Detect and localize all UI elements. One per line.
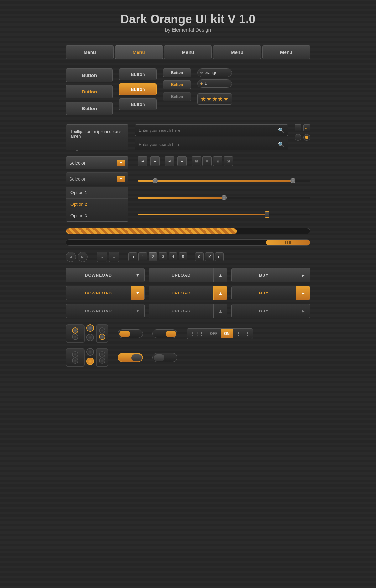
view-list-icon[interactable]: ≡ <box>202 156 212 166</box>
play-prev-1[interactable]: ◄ <box>138 156 147 166</box>
pag-page-2[interactable]: 2 <box>149 252 157 261</box>
onoff-toggle[interactable]: ⋮⋮⋮ OFF ON ⋮⋮⋮ <box>187 328 253 339</box>
btn-orange-bg-1[interactable]: Button <box>119 83 157 95</box>
pag-last[interactable]: ► <box>215 252 224 261</box>
dropdown-option-3[interactable]: Option 3 <box>66 210 128 221</box>
btn-sm-orange[interactable]: Button <box>163 80 191 89</box>
pag-double-next[interactable]: » <box>109 252 119 262</box>
nav-menu-5[interactable]: Menu <box>262 45 310 59</box>
selector-2[interactable]: Selector ▼ <box>66 172 128 185</box>
pag-simple-next[interactable]: ► <box>78 252 88 262</box>
slider-3[interactable]: ⣿ <box>138 214 310 215</box>
btn-dark-3[interactable]: Button <box>119 68 157 80</box>
buy-btn-3[interactable]: BUY ► <box>231 304 310 318</box>
double-arrows: « » <box>97 252 119 262</box>
radio-unselected[interactable] <box>295 134 301 141</box>
pag-simple-prev[interactable]: ◄ <box>66 252 76 262</box>
checkbox-checked[interactable]: ✓ <box>303 124 310 131</box>
download-btn-3[interactable]: DOWNLOAD ▼ <box>66 304 145 318</box>
selector-1-arrow: ▼ <box>117 160 125 166</box>
knob-circle-orange[interactable] <box>86 324 94 332</box>
pag-page-10[interactable]: 10 <box>205 252 214 261</box>
view-col-icon[interactable]: ⊟ <box>213 156 222 166</box>
pag-page-9[interactable]: 9 <box>195 252 204 261</box>
btn-dark-1[interactable]: Button <box>66 68 113 82</box>
dropdown-option-1[interactable]: Option 1 <box>66 187 128 199</box>
right-controls: ◄ ► ◄ ► ⊞ ≡ ⊟ ⊠ <box>138 156 310 222</box>
tag-ui[interactable]: UI <box>197 79 232 88</box>
btn-dark-2[interactable]: Button <box>66 102 113 115</box>
pag-page-1[interactable]: 1 <box>138 252 147 261</box>
slider-1-thumb-right[interactable] <box>290 178 295 183</box>
slider-1[interactable] <box>138 180 310 182</box>
selector-2-arrow: ▼ <box>117 176 125 182</box>
slider-1-thumb-left[interactable] <box>153 178 158 183</box>
knob-toggle-4[interactable] <box>96 348 108 367</box>
action-row-1: DOWNLOAD ▼ UPLOAD ▲ BUY ► <box>66 268 310 282</box>
knob-toggle-1[interactable] <box>66 324 85 343</box>
knob-toggle-3[interactable] <box>66 348 85 367</box>
search-input-2[interactable] <box>139 142 275 147</box>
knob-circle-gray-2[interactable] <box>86 348 94 356</box>
btn-dark-4[interactable]: Button <box>119 98 157 110</box>
upload-btn-2[interactable]: UPLOAD ▲ <box>149 286 227 300</box>
pag-double-prev[interactable]: « <box>97 252 107 262</box>
star-rating[interactable]: ★ ★ ★ ★ ★ <box>197 93 232 105</box>
onoff-right-lines: ⋮⋮⋮ <box>233 329 253 339</box>
toggle-track-1[interactable] <box>118 329 143 338</box>
nav-menu-4[interactable]: Menu <box>213 45 261 59</box>
dropdown-option-2[interactable]: Option 2 <box>66 199 128 210</box>
btn-orange-text-1[interactable]: Button <box>66 85 113 98</box>
onoff-on-btn[interactable]: ON <box>221 329 233 338</box>
upload-btn-1[interactable]: UPLOAD ▲ <box>149 268 227 282</box>
pag-page-4[interactable]: 4 <box>169 252 177 261</box>
play-next-1[interactable]: ► <box>150 156 160 166</box>
btn-sm-disabled[interactable]: Button <box>163 92 191 101</box>
title-gray: UI kit V 1.0 <box>192 13 256 26</box>
toggle-track-4[interactable] <box>152 353 177 362</box>
slider-toggle-4[interactable] <box>152 353 177 362</box>
btn-sm-1[interactable]: Button <box>163 68 191 77</box>
knob-circle-orange-2[interactable] <box>86 358 94 365</box>
knob-1-top <box>72 327 78 334</box>
buttons-section: Button Button Button Button Button Butto… <box>66 68 310 115</box>
pag-first[interactable]: ◄ <box>128 252 137 261</box>
radio-selected[interactable] <box>303 134 310 141</box>
slider-2-thumb[interactable] <box>222 195 227 200</box>
nav-menu-1[interactable]: Menu <box>66 45 114 59</box>
download-btn-2[interactable]: DOWNLOAD ▼ <box>66 286 145 300</box>
selector-1[interactable]: Selector ▼ <box>66 156 128 169</box>
toggle-knob-1 <box>119 331 130 337</box>
title-orange: Dark Orange <box>121 13 192 26</box>
view-grid-icon[interactable]: ⊞ <box>192 156 201 166</box>
pag-page-3[interactable]: 3 <box>159 252 167 261</box>
onoff-off-btn[interactable]: OFF <box>207 329 221 338</box>
slider-toggle-1[interactable] <box>118 329 143 338</box>
knob-toggle-2[interactable] <box>96 324 108 343</box>
checkbox-unchecked[interactable] <box>295 124 301 131</box>
toggle-track-3[interactable] <box>118 353 143 362</box>
play-next-2[interactable]: ► <box>177 156 187 166</box>
download-btn-1[interactable]: DOWNLOAD ▼ <box>66 268 145 282</box>
slider-toggle-3[interactable] <box>118 353 143 362</box>
buy-btn-2[interactable]: BUY ► <box>231 286 310 300</box>
upload-btn-3[interactable]: UPLOAD ▲ <box>149 304 227 318</box>
slider-3-thumb[interactable]: ⣿ <box>265 211 269 218</box>
search-input-1[interactable] <box>139 128 275 133</box>
nav-menu-3[interactable]: Menu <box>164 45 212 59</box>
buy-btn-1[interactable]: BUY ► <box>231 268 310 282</box>
toggle-track-2[interactable] <box>152 329 177 338</box>
progress-line-2 <box>287 241 288 244</box>
tooltip-text: Tooltip: Lorem ipsum dolor sit amen <box>70 129 123 139</box>
nav-menu-2[interactable]: Menu <box>115 45 163 59</box>
upload-label-3: UPLOAD <box>149 304 213 318</box>
slider-2[interactable] <box>138 197 310 199</box>
play-prev-2[interactable]: ◄ <box>165 156 174 166</box>
slider-toggle-2[interactable] <box>152 329 177 338</box>
tag-label-ui: UI <box>205 81 209 86</box>
toggle-knob-4 <box>154 354 164 361</box>
tag-orange[interactable]: orange <box>197 68 232 77</box>
knob-circle-gray[interactable] <box>86 334 94 341</box>
view-split-icon[interactable]: ⊠ <box>224 156 233 166</box>
pag-page-5[interactable]: 5 <box>179 252 187 261</box>
